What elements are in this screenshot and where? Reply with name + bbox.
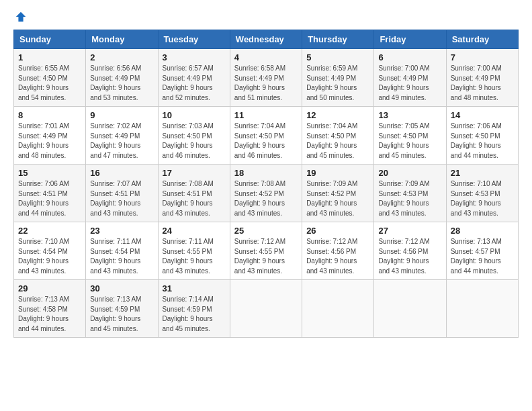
table-row: 13 Sunrise: 7:05 AMSunset: 4:50 PMDaylig… — [374, 107, 446, 165]
table-row: 11 Sunrise: 7:04 AMSunset: 4:50 PMDaylig… — [230, 107, 302, 165]
header-friday: Friday — [374, 30, 446, 49]
calendar-week-row: 29 Sunrise: 7:13 AMSunset: 4:58 PMDaylig… — [14, 280, 519, 338]
day-number: 7 — [451, 52, 514, 62]
day-info: Sunrise: 7:13 AMSunset: 4:59 PMDaylight:… — [90, 295, 141, 332]
day-number: 10 — [163, 110, 226, 120]
calendar-header-row: Sunday Monday Tuesday Wednesday Thursday… — [14, 30, 519, 49]
day-number: 20 — [378, 168, 441, 178]
table-row: 29 Sunrise: 7:13 AMSunset: 4:58 PMDaylig… — [14, 280, 86, 338]
day-number: 8 — [18, 110, 81, 120]
table-row: 12 Sunrise: 7:04 AMSunset: 4:50 PMDaylig… — [302, 107, 374, 165]
table-row: 26 Sunrise: 7:12 AMSunset: 4:56 PMDaylig… — [302, 222, 374, 280]
day-number: 24 — [163, 226, 226, 236]
header-saturday: Saturday — [446, 30, 518, 49]
table-row: 30 Sunrise: 7:13 AMSunset: 4:59 PMDaylig… — [86, 280, 158, 338]
day-number: 1 — [18, 52, 81, 62]
table-row — [374, 280, 446, 338]
table-row: 10 Sunrise: 7:03 AMSunset: 4:50 PMDaylig… — [158, 107, 230, 165]
calendar-week-row: 8 Sunrise: 7:01 AMSunset: 4:49 PMDayligh… — [14, 107, 519, 165]
table-row — [446, 280, 518, 338]
day-info: Sunrise: 7:12 AMSunset: 4:56 PMDaylight:… — [306, 238, 357, 275]
day-info: Sunrise: 7:01 AMSunset: 4:49 PMDaylight:… — [18, 122, 69, 159]
header-sunday: Sunday — [14, 30, 86, 49]
day-info: Sunrise: 7:06 AMSunset: 4:51 PMDaylight:… — [18, 180, 69, 217]
table-row: 19 Sunrise: 7:09 AMSunset: 4:52 PMDaylig… — [302, 165, 374, 222]
table-row: 17 Sunrise: 7:08 AMSunset: 4:51 PMDaylig… — [158, 165, 230, 222]
day-info: Sunrise: 6:58 AMSunset: 4:49 PMDaylight:… — [234, 64, 285, 101]
table-row: 2 Sunrise: 6:56 AMSunset: 4:49 PMDayligh… — [86, 49, 158, 107]
table-row: 22 Sunrise: 7:10 AMSunset: 4:54 PMDaylig… — [14, 222, 86, 280]
header-tuesday: Tuesday — [158, 30, 230, 49]
table-row: 31 Sunrise: 7:14 AMSunset: 4:59 PMDaylig… — [158, 280, 230, 338]
day-info: Sunrise: 7:07 AMSunset: 4:51 PMDaylight:… — [90, 180, 141, 217]
table-row: 20 Sunrise: 7:09 AMSunset: 4:53 PMDaylig… — [374, 165, 446, 222]
table-row: 16 Sunrise: 7:07 AMSunset: 4:51 PMDaylig… — [86, 165, 158, 222]
day-info: Sunrise: 7:00 AMSunset: 4:49 PMDaylight:… — [451, 64, 502, 101]
day-info: Sunrise: 7:12 AMSunset: 4:56 PMDaylight:… — [378, 238, 429, 275]
day-info: Sunrise: 7:14 AMSunset: 4:59 PMDaylight:… — [163, 295, 214, 332]
table-row: 14 Sunrise: 7:06 AMSunset: 4:50 PMDaylig… — [446, 107, 518, 165]
calendar-week-row: 1 Sunrise: 6:55 AMSunset: 4:50 PMDayligh… — [14, 49, 519, 107]
day-info: Sunrise: 6:57 AMSunset: 4:49 PMDaylight:… — [163, 64, 214, 101]
table-row: 18 Sunrise: 7:08 AMSunset: 4:52 PMDaylig… — [230, 165, 302, 222]
svg-marker-0 — [16, 12, 26, 21]
day-info: Sunrise: 6:56 AMSunset: 4:49 PMDaylight:… — [90, 64, 141, 101]
day-number: 17 — [163, 168, 226, 178]
day-info: Sunrise: 6:55 AMSunset: 4:50 PMDaylight:… — [18, 64, 69, 101]
day-number: 27 — [378, 226, 441, 236]
logo — [13, 11, 27, 23]
day-info: Sunrise: 7:05 AMSunset: 4:50 PMDaylight:… — [378, 122, 429, 159]
header-thursday: Thursday — [302, 30, 374, 49]
day-number: 9 — [90, 110, 153, 120]
table-row: 21 Sunrise: 7:10 AMSunset: 4:53 PMDaylig… — [446, 165, 518, 222]
day-number: 15 — [18, 168, 81, 178]
day-number: 28 — [451, 226, 514, 236]
day-number: 11 — [234, 110, 298, 120]
logo-icon — [15, 11, 27, 23]
day-number: 31 — [163, 283, 226, 293]
day-number: 19 — [306, 168, 369, 178]
day-info: Sunrise: 7:04 AMSunset: 4:50 PMDaylight:… — [234, 122, 285, 159]
table-row — [302, 280, 374, 338]
table-row: 7 Sunrise: 7:00 AMSunset: 4:49 PMDayligh… — [446, 49, 518, 107]
day-info: Sunrise: 7:06 AMSunset: 4:50 PMDaylight:… — [451, 122, 502, 159]
table-row: 4 Sunrise: 6:58 AMSunset: 4:49 PMDayligh… — [230, 49, 302, 107]
table-row: 9 Sunrise: 7:02 AMSunset: 4:49 PMDayligh… — [86, 107, 158, 165]
table-row: 24 Sunrise: 7:11 AMSunset: 4:55 PMDaylig… — [158, 222, 230, 280]
day-number: 16 — [90, 168, 153, 178]
table-row: 25 Sunrise: 7:12 AMSunset: 4:55 PMDaylig… — [230, 222, 302, 280]
day-info: Sunrise: 7:10 AMSunset: 4:54 PMDaylight:… — [18, 238, 69, 275]
day-number: 30 — [90, 283, 153, 293]
table-row: 27 Sunrise: 7:12 AMSunset: 4:56 PMDaylig… — [374, 222, 446, 280]
table-row: 1 Sunrise: 6:55 AMSunset: 4:50 PMDayligh… — [14, 49, 86, 107]
table-row: 28 Sunrise: 7:13 AMSunset: 4:57 PMDaylig… — [446, 222, 518, 280]
day-info: Sunrise: 7:03 AMSunset: 4:50 PMDaylight:… — [163, 122, 214, 159]
day-info: Sunrise: 7:10 AMSunset: 4:53 PMDaylight:… — [451, 180, 502, 217]
table-row: 23 Sunrise: 7:11 AMSunset: 4:54 PMDaylig… — [86, 222, 158, 280]
day-number: 3 — [163, 52, 226, 62]
day-number: 18 — [234, 168, 298, 178]
day-info: Sunrise: 7:13 AMSunset: 4:57 PMDaylight:… — [451, 238, 502, 275]
day-info: Sunrise: 7:04 AMSunset: 4:50 PMDaylight:… — [306, 122, 357, 159]
day-number: 13 — [378, 110, 441, 120]
day-info: Sunrise: 7:11 AMSunset: 4:54 PMDaylight:… — [90, 238, 141, 275]
day-info: Sunrise: 7:08 AMSunset: 4:52 PMDaylight:… — [234, 180, 285, 217]
day-info: Sunrise: 7:08 AMSunset: 4:51 PMDaylight:… — [163, 180, 214, 217]
table-row — [230, 280, 302, 338]
day-number: 21 — [451, 168, 514, 178]
day-info: Sunrise: 6:59 AMSunset: 4:49 PMDaylight:… — [306, 64, 357, 101]
header-monday: Monday — [86, 30, 158, 49]
table-row: 8 Sunrise: 7:01 AMSunset: 4:49 PMDayligh… — [14, 107, 86, 165]
table-row: 3 Sunrise: 6:57 AMSunset: 4:49 PMDayligh… — [158, 49, 230, 107]
calendar-week-row: 15 Sunrise: 7:06 AMSunset: 4:51 PMDaylig… — [14, 165, 519, 222]
day-info: Sunrise: 7:13 AMSunset: 4:58 PMDaylight:… — [18, 295, 69, 332]
calendar-table: Sunday Monday Tuesday Wednesday Thursday… — [13, 30, 519, 338]
day-number: 25 — [234, 226, 298, 236]
day-info: Sunrise: 7:00 AMSunset: 4:49 PMDaylight:… — [378, 64, 429, 101]
table-row: 6 Sunrise: 7:00 AMSunset: 4:49 PMDayligh… — [374, 49, 446, 107]
day-number: 22 — [18, 226, 81, 236]
day-number: 14 — [451, 110, 514, 120]
day-info: Sunrise: 7:09 AMSunset: 4:52 PMDaylight:… — [306, 180, 357, 217]
table-row: 5 Sunrise: 6:59 AMSunset: 4:49 PMDayligh… — [302, 49, 374, 107]
day-info: Sunrise: 7:09 AMSunset: 4:53 PMDaylight:… — [378, 180, 429, 217]
